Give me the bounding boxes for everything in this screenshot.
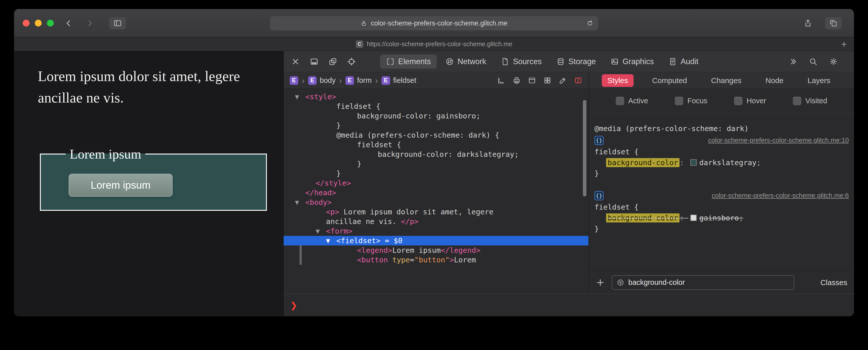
paint-flashing-icon[interactable] xyxy=(574,76,582,85)
active-checkbox[interactable] xyxy=(616,97,624,105)
tab-label: Graphics xyxy=(622,57,654,66)
filter-field[interactable]: background-color xyxy=(612,275,794,290)
tab-graphics[interactable]: Graphics xyxy=(604,55,660,69)
web-page: Lorem ipsum dolor sit amet, legere ancil… xyxy=(14,51,283,316)
dom-tree-line[interactable]: } xyxy=(284,169,588,178)
disclosure-triangle-icon[interactable]: ▼ xyxy=(295,92,305,102)
rulers-icon[interactable] xyxy=(497,76,505,85)
css-rule-icon[interactable]: {} xyxy=(594,191,603,200)
color-swatch[interactable] xyxy=(690,159,697,166)
close-window-button[interactable] xyxy=(23,20,30,27)
tab-audit[interactable]: Audit xyxy=(662,55,705,69)
detach-button[interactable] xyxy=(328,57,338,66)
close-button[interactable] xyxy=(291,57,300,66)
breadcrumb-item-form[interactable]: Eform xyxy=(345,76,372,85)
code-token: </p> xyxy=(401,217,418,226)
dom-tree-line[interactable]: } xyxy=(284,159,588,169)
dom-tree-line[interactable]: </style> xyxy=(284,178,588,188)
pseudo-toggle-focus[interactable]: Focus xyxy=(675,97,707,105)
dom-tree-line[interactable]: ancillae ne vis. </p> xyxy=(284,217,588,226)
pseudo-toggle-visited[interactable]: Visited xyxy=(793,97,827,105)
hover-checkbox[interactable] xyxy=(734,97,743,105)
share-button[interactable] xyxy=(801,17,814,30)
minimize-window-button[interactable] xyxy=(35,20,42,27)
inspect-target-button[interactable] xyxy=(347,57,356,66)
address-bar[interactable]: color-scheme-prefers-color-scheme.glitch… xyxy=(270,16,598,30)
browser-tab[interactable]: C https://color-scheme-prefers-color-sch… xyxy=(356,40,513,48)
tab-label: Audit xyxy=(681,57,699,66)
visited-checkbox[interactable] xyxy=(793,97,801,105)
dom-tree-line[interactable]: ▼<body> xyxy=(284,198,588,207)
sidebar-tab-node[interactable]: Node xyxy=(760,74,789,87)
dom-tree-line[interactable]: ▼<style> xyxy=(284,92,588,101)
dom-tree-line[interactable]: ▼<form> xyxy=(284,226,588,236)
grid-overlay-icon[interactable] xyxy=(543,76,552,85)
back-button[interactable] xyxy=(62,17,75,30)
css-rule-icon[interactable]: {} xyxy=(594,136,603,145)
print-styles-icon[interactable] xyxy=(513,76,521,85)
reload-icon[interactable] xyxy=(586,20,593,27)
classes-toggle[interactable]: Classes xyxy=(820,278,847,287)
forward-button[interactable] xyxy=(83,17,96,30)
css-declaration[interactable]: background-color: gainsboro; xyxy=(594,213,849,224)
detach-icon xyxy=(328,57,337,66)
semicolon: ; xyxy=(756,158,761,167)
dom-tree-line[interactable]: fieldset { xyxy=(284,101,588,111)
source-link[interactable]: color-scheme-prefers-color-scheme.glitch… xyxy=(712,190,849,201)
zoom-window-button[interactable] xyxy=(47,20,54,27)
sidebar-tab-changes[interactable]: Changes xyxy=(706,74,747,87)
pseudo-toggle-hover[interactable]: Hover xyxy=(734,97,766,105)
sidebar-button[interactable] xyxy=(109,17,126,29)
tab-network[interactable]: Network xyxy=(439,55,492,69)
sidebar-tab-computed[interactable]: Computed xyxy=(647,74,692,87)
breadcrumb-item-html[interactable]: E xyxy=(290,76,298,85)
chevrons-more-button[interactable] xyxy=(788,57,798,66)
breadcrumb-item-fieldset[interactable]: Efieldset xyxy=(381,76,416,85)
color-swatch[interactable] xyxy=(690,215,697,221)
dom-tree-line[interactable]: </head> xyxy=(284,188,588,198)
element-badge: E xyxy=(381,76,390,85)
disclosure-triangle-icon[interactable]: ▼ xyxy=(316,227,326,236)
screenshot-icon[interactable] xyxy=(528,76,536,85)
edit-icon[interactable] xyxy=(559,76,567,85)
code-token: background-color: gainsboro; xyxy=(357,112,480,120)
dom-tree-line[interactable]: background-color: gainsboro; xyxy=(284,111,588,121)
sidebar-tab-layers[interactable]: Layers xyxy=(802,74,836,87)
new-rule-button[interactable] xyxy=(595,278,605,287)
tab-storage[interactable]: Storage xyxy=(550,55,602,69)
pseudo-label: Visited xyxy=(805,97,827,105)
code-token: Lorem ipsum dolor sit amet, legere xyxy=(339,208,493,216)
source-link[interactable]: color-scheme-prefers-color-scheme.glitch… xyxy=(708,135,849,146)
breadcrumb: E›Ebody›Eform›Efieldset xyxy=(284,72,588,89)
pseudo-toggle-active[interactable]: Active xyxy=(616,97,648,105)
dom-tree-line[interactable]: fieldset { xyxy=(284,140,588,149)
css-declaration[interactable]: background-color: darkslategray; xyxy=(594,157,849,168)
tab-sources[interactable]: Sources xyxy=(495,55,548,69)
dock-bottom-button[interactable] xyxy=(309,57,319,66)
disclosure-triangle-icon[interactable]: ▼ xyxy=(326,236,336,246)
dom-tree-line[interactable]: <legend>Lorem ipsum</legend> xyxy=(284,245,588,255)
dom-tree-line[interactable]: background-color: darkslategray; xyxy=(284,149,588,159)
dom-tree-line[interactable]: <p> Lorem ipsum dolor sit amet, legere xyxy=(284,207,588,217)
window-content: Lorem ipsum dolor sit amet, legere ancil… xyxy=(14,51,854,316)
dom-tree-line[interactable]: ▼<fieldset> = $0 xyxy=(284,236,588,245)
search-icon xyxy=(809,57,818,66)
console-prompt-area[interactable]: ❯ xyxy=(284,294,854,316)
dom-tree-line[interactable]: @media (prefers-color-scheme: dark) { xyxy=(284,130,588,140)
inspector-tabs: ElementsNetworkSourcesStorageGraphicsAud… xyxy=(380,55,705,69)
sidebar-tab-styles[interactable]: Styles xyxy=(602,74,633,87)
dom-tree-line[interactable]: <button type="button">Lorem xyxy=(284,255,588,265)
search-button[interactable] xyxy=(808,57,818,66)
tab-elements[interactable]: Elements xyxy=(380,55,437,69)
rule-meta: {}color-scheme-prefers-color-scheme.glit… xyxy=(594,190,849,201)
tabs-button[interactable] xyxy=(825,17,842,29)
breadcrumb-item-body[interactable]: Ebody xyxy=(308,76,336,85)
page-button[interactable]: Lorem ipsum xyxy=(69,174,173,197)
gear-button[interactable] xyxy=(829,57,838,66)
new-tab-button[interactable]: + xyxy=(841,39,847,49)
inspector-window-controls xyxy=(291,57,356,66)
dom-tree-scrollbar[interactable] xyxy=(583,100,586,197)
dom-tree-line[interactable]: } xyxy=(284,121,588,130)
focus-checkbox[interactable] xyxy=(675,97,683,105)
disclosure-triangle-icon[interactable]: ▼ xyxy=(295,198,305,207)
